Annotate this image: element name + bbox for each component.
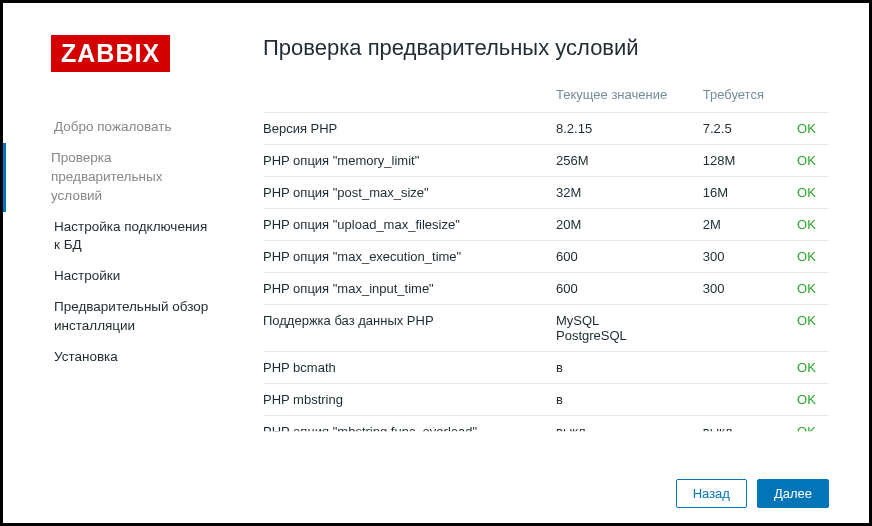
cell-required: 128M: [693, 145, 787, 177]
cell-current: 600: [546, 273, 693, 305]
table-row: PHP опция "max_input_time"600300OK: [263, 273, 829, 305]
cell-required: 300: [693, 241, 787, 273]
cell-current: 32M: [546, 177, 693, 209]
header-current: Текущее значение: [546, 79, 693, 113]
prereq-table-wrap: Текущее значение Требуется Версия PHP8.2…: [263, 79, 829, 523]
cell-status: OK: [787, 384, 829, 416]
step-0[interactable]: Добро пожаловать: [3, 112, 233, 143]
prereq-table: Текущее значение Требуется Версия PHP8.2…: [263, 79, 829, 447]
cell-required: 16M: [693, 177, 787, 209]
next-button[interactable]: Далее: [757, 479, 829, 508]
cell-name: PHP опция "upload_max_filesize": [263, 209, 546, 241]
cell-name: PHP mbstring: [263, 384, 546, 416]
cell-current: в: [546, 384, 693, 416]
setup-wizard-window: ZABBIX Добро пожаловатьПроверка предвари…: [0, 0, 872, 526]
cell-current: выкл: [546, 416, 693, 448]
cell-name: PHP опция "mbstring.func_overload": [263, 416, 546, 448]
table-row: PHP опция "upload_max_filesize"20M2MOK: [263, 209, 829, 241]
table-row: PHP mbstringвOK: [263, 384, 829, 416]
table-row: Поддержка баз данных PHPMySQL PostgreSQL…: [263, 305, 829, 352]
cell-status: OK: [787, 145, 829, 177]
back-button[interactable]: Назад: [676, 479, 747, 508]
cell-current: в: [546, 352, 693, 384]
table-row: Версия PHP8.2.157.2.5OK: [263, 113, 829, 145]
cell-status: OK: [787, 241, 829, 273]
cell-required: [693, 352, 787, 384]
table-row: PHP bcmathвOK: [263, 352, 829, 384]
cell-status: OK: [787, 305, 829, 352]
step-3[interactable]: Настройки: [3, 261, 233, 292]
content-area: ZABBIX Добро пожаловатьПроверка предвари…: [3, 3, 869, 523]
step-4[interactable]: Предварительный обзор инсталляции: [3, 292, 233, 342]
cell-current: 20M: [546, 209, 693, 241]
table-row: PHP опция "memory_limit"256M128MOK: [263, 145, 829, 177]
cell-current: 8.2.15: [546, 113, 693, 145]
sidebar: ZABBIX Добро пожаловатьПроверка предвари…: [3, 3, 233, 523]
cell-name: PHP опция "max_input_time": [263, 273, 546, 305]
cell-required: [693, 305, 787, 352]
cell-name: Версия PHP: [263, 113, 546, 145]
cell-status: OK: [787, 416, 829, 448]
cell-name: PHP опция "max_execution_time": [263, 241, 546, 273]
table-row: PHP опция "post_max_size"32M16MOK: [263, 177, 829, 209]
cell-name: Поддержка баз данных PHP: [263, 305, 546, 352]
cell-status: OK: [787, 209, 829, 241]
cell-current: 256M: [546, 145, 693, 177]
cell-name: PHP опция "memory_limit": [263, 145, 546, 177]
cell-required: выкл: [693, 416, 787, 448]
header-name: [263, 79, 546, 113]
header-required: Требуется: [693, 79, 787, 113]
cell-required: [693, 384, 787, 416]
steps-list: Добро пожаловатьПроверка предварительных…: [3, 112, 233, 373]
cell-required: 7.2.5: [693, 113, 787, 145]
table-row: PHP опция "max_execution_time"600300OK: [263, 241, 829, 273]
cell-required: 300: [693, 273, 787, 305]
step-5[interactable]: Установка: [3, 342, 233, 373]
main-panel: Проверка предварительных условий Текущее…: [233, 3, 869, 523]
cell-status: OK: [787, 177, 829, 209]
cell-current: 600: [546, 241, 693, 273]
footer-buttons: Назад Далее: [676, 479, 829, 508]
step-2[interactable]: Настройка подключения к БД: [3, 212, 233, 262]
table-row: PHP опция "mbstring.func_overload"выклвы…: [263, 416, 829, 448]
cell-name: PHP bcmath: [263, 352, 546, 384]
cell-name: PHP опция "post_max_size": [263, 177, 546, 209]
cell-required: 2M: [693, 209, 787, 241]
logo: ZABBIX: [51, 35, 170, 72]
step-1[interactable]: Проверка предварительных условий: [3, 143, 233, 212]
header-status: [787, 79, 829, 113]
prereq-tbody: Версия PHP8.2.157.2.5OKPHP опция "memory…: [263, 113, 829, 448]
cell-status: OK: [787, 352, 829, 384]
cell-status: OK: [787, 113, 829, 145]
cell-current: MySQL PostgreSQL: [546, 305, 693, 352]
page-title: Проверка предварительных условий: [263, 35, 829, 61]
cell-status: OK: [787, 273, 829, 305]
